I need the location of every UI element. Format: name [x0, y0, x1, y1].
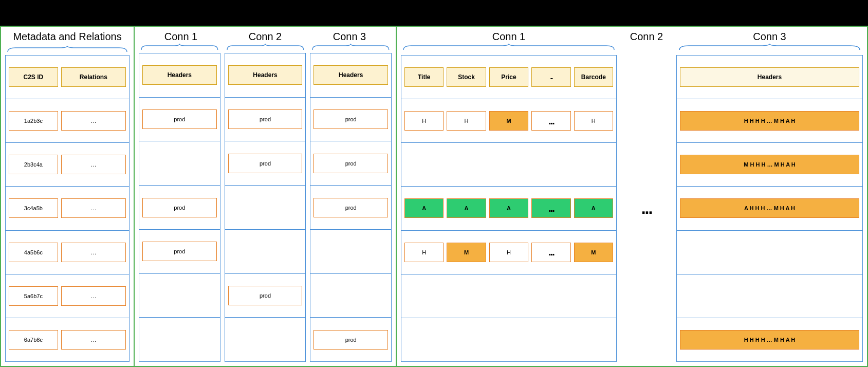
table-row	[139, 141, 220, 186]
section-connections: Conn 1 Conn 2 Conn 3 Headers prod prod p…	[135, 27, 397, 366]
table-row: prod	[310, 141, 391, 186]
braces-row	[139, 44, 392, 53]
table-row: prod	[310, 186, 391, 230]
conn-title: Conn 2	[617, 31, 676, 43]
prod-cell: prod	[228, 286, 303, 305]
conn-title: Conn 3	[307, 31, 392, 43]
table-row: prod	[225, 98, 306, 142]
id-cell: 2b3c4a	[9, 155, 58, 174]
conn3-table: Headers prod prod prod prod	[310, 53, 392, 362]
header-cell: Price	[489, 67, 528, 87]
table-row: 3c4a5b …	[6, 187, 129, 230]
table-row: 4a5b6c …	[6, 231, 129, 274]
status-cell: A	[574, 198, 613, 218]
conn-tables: Headers prod prod prod Headers prod prod…	[139, 53, 392, 362]
header-cell: Barcode	[574, 67, 613, 87]
header-cell: Relations	[61, 67, 126, 87]
table-row: prod	[225, 141, 306, 186]
brace-icon	[5, 46, 130, 53]
table-row	[310, 230, 391, 274]
header-cell: Headers	[142, 65, 217, 85]
conn2-ellipsis: ...	[621, 55, 672, 362]
ellipsis-icon: ...	[531, 198, 570, 218]
table-row	[139, 274, 220, 318]
table-row: prod	[310, 318, 391, 361]
table-row: prod	[310, 98, 391, 142]
relations-cell: …	[61, 155, 126, 174]
status-cell: A	[489, 198, 528, 218]
conn1-detail-table: Title Stock Price ... Barcode H H M ... …	[401, 55, 617, 362]
ellipsis-icon: ...	[531, 243, 570, 262]
prod-cell: prod	[313, 198, 388, 217]
section-detail: Conn 1 Conn 2 Conn 3 Title Stock Price .…	[397, 27, 867, 366]
status-cell: H	[447, 111, 486, 131]
status-cell: A	[447, 198, 486, 218]
header-cell: Title	[404, 67, 444, 87]
table-row: prod	[139, 98, 220, 142]
prod-cell: prod	[142, 198, 217, 217]
table-row: A H H H … M H A H	[677, 187, 862, 230]
relations-cell: …	[61, 286, 126, 306]
table-row: H M H ... M	[401, 231, 616, 274]
table-row: M H H H … M H A H	[677, 143, 862, 187]
header-cell: Headers	[680, 67, 859, 87]
header-cell: Headers	[313, 65, 388, 85]
id-cell: 3c4a5b	[9, 198, 58, 218]
relations-cell: …	[61, 198, 126, 218]
status-cell: H	[404, 111, 444, 131]
conn-title: Conn 1	[139, 31, 223, 43]
conn3-detail: Headers H H H H … M H A H M H H H … M H …	[676, 55, 863, 362]
table-row: H H M ... H	[401, 99, 616, 143]
table-row: prod	[225, 274, 306, 318]
table-header-row: Headers	[225, 53, 306, 98]
status-cell: M	[574, 243, 613, 262]
relations-cell: …	[61, 243, 126, 262]
summary-cell: H H H H … M H A H	[680, 330, 859, 350]
table-row	[401, 318, 616, 361]
prod-cell: prod	[142, 242, 217, 261]
table-row: prod	[139, 230, 220, 274]
conn-title: Conn 2	[223, 31, 307, 43]
table-header-row: Headers	[677, 56, 862, 99]
prod-cell: prod	[142, 109, 217, 129]
section-title: Metadata and Relations	[5, 31, 130, 43]
table-row: 1a2b3c …	[6, 99, 129, 143]
conn3-detail-table: Headers H H H H … M H A H M H H H … M H …	[676, 55, 863, 362]
table-row	[677, 231, 862, 274]
table-header-row: C2S ID Relations	[6, 56, 129, 99]
header-cell: C2S ID	[9, 67, 58, 87]
status-cell: M	[489, 111, 528, 131]
conn2-table: Headers prod prod prod	[225, 53, 306, 362]
ellipsis-icon: ...	[641, 199, 652, 218]
braces-row	[401, 44, 863, 53]
brace-spacer	[621, 44, 672, 53]
status-cell: H	[489, 243, 528, 262]
relations-cell: …	[61, 111, 126, 131]
table-row	[310, 274, 391, 318]
summary-cell: H H H H … M H A H	[680, 111, 859, 131]
status-cell: H	[404, 243, 444, 262]
table-header-row: Headers	[310, 53, 391, 98]
table-row	[225, 318, 306, 361]
conn-title: Conn 3	[676, 31, 863, 43]
relations-cell: …	[61, 330, 126, 350]
table-row: H H H H … M H A H	[677, 99, 862, 143]
table-row	[139, 318, 220, 361]
conn1-table: Headers prod prod prod	[139, 53, 220, 362]
status-cell: M	[447, 243, 486, 262]
metadata-table: C2S ID Relations 1a2b3c … 2b3c4a … 3c4a5…	[5, 55, 130, 362]
diagram-container: Metadata and Relations C2S ID Relations …	[0, 26, 868, 367]
header-cell: Stock	[447, 67, 486, 87]
table-row	[677, 274, 862, 318]
brace-icon	[139, 44, 220, 51]
prod-cell: prod	[228, 109, 303, 129]
brace-icon	[401, 44, 617, 51]
table-row	[225, 186, 306, 230]
id-cell: 6a7b8c	[9, 330, 58, 350]
summary-cell: A H H H … M H A H	[680, 198, 859, 218]
prod-cell: prod	[228, 154, 303, 173]
table-row	[401, 274, 616, 318]
brace-icon	[676, 44, 863, 51]
prod-cell: prod	[313, 154, 388, 173]
id-cell: 5a6b7c	[9, 286, 58, 306]
